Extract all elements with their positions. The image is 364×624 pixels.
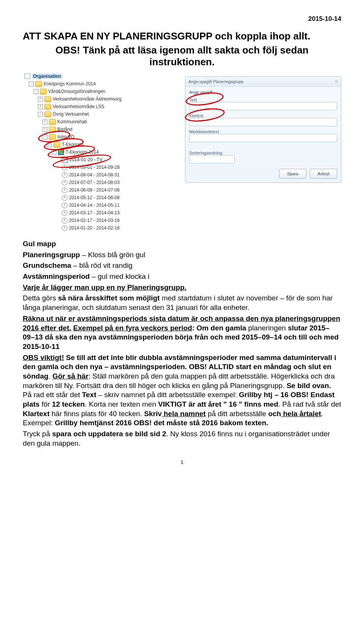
tree-item[interactable]: 2014-05-12 - 2014-06-08 xyxy=(69,195,119,200)
folder-icon xyxy=(44,104,51,110)
panel-title: Ange uppgift Planeringsgrupp xyxy=(188,79,243,84)
expand-icon[interactable]: + xyxy=(42,119,47,124)
tree-item[interactable]: Bistånd xyxy=(57,127,72,132)
panel-group-label: Ange uppgift xyxy=(189,90,337,94)
expand-icon[interactable]: - xyxy=(38,112,43,117)
clock-icon xyxy=(62,172,67,178)
clock-icon xyxy=(62,165,67,170)
tree-item[interactable]: Vård&Omsorgsförvaltningen xyxy=(48,89,105,94)
sortering-input[interactable] xyxy=(189,155,235,163)
folder-icon xyxy=(53,142,60,148)
tree-item[interactable]: Verksamhetsområde Äldreomsorg xyxy=(53,96,121,102)
field-label-text: Text xyxy=(189,97,337,102)
org-tree: Organisation - Enköpings Kommun 2014 - V… xyxy=(23,72,153,232)
properties-panel: Ange uppgift Planeringsgrupp × Ange uppg… xyxy=(185,76,341,183)
tree-item[interactable]: T-Ekonomi xyxy=(62,142,83,147)
tree-root-label[interactable]: Organisation xyxy=(32,74,62,79)
tree-item[interactable]: Adm VO xyxy=(57,134,74,140)
folder-icon xyxy=(49,134,56,140)
leaf-spacer xyxy=(56,158,60,162)
cancel-button[interactable]: Avbryt xyxy=(310,169,337,179)
calendar-icon xyxy=(62,157,68,163)
tree-item[interactable]: 2014-07-07 - 2014-08-03 xyxy=(69,180,119,185)
tree-item[interactable]: Övrig Verksamhet xyxy=(53,112,89,117)
page-subheading: OBS! Tänk på att läsa igenom allt sakta … xyxy=(23,44,341,68)
document-date: 2015-10-14 xyxy=(23,15,341,23)
tree-item[interactable]: 2014-02-17 - 2014-03-16 xyxy=(69,218,119,223)
tree-item[interactable]: Enköpings Kommun 2014 xyxy=(44,81,96,86)
page-number: 1 xyxy=(23,459,341,465)
clock-icon xyxy=(62,203,67,208)
tree-item[interactable]: T-Ekonomi 2014 xyxy=(66,149,99,155)
field-label-klartext: Klartext xyxy=(189,113,337,118)
tree-root-icon xyxy=(24,74,30,79)
tree-item[interactable]: 2014-08-04 - 2014-08-31 xyxy=(69,172,119,178)
expand-icon[interactable]: - xyxy=(42,135,47,140)
folder-icon xyxy=(44,112,51,117)
clock-icon xyxy=(62,218,67,223)
folder-icon xyxy=(49,119,56,125)
folder-icon xyxy=(44,96,51,102)
expand-icon[interactable]: - xyxy=(47,142,52,147)
tree-item[interactable]: 2014-03-17 - 2014-04-13 xyxy=(69,210,119,215)
klartext-input[interactable] xyxy=(189,118,337,126)
folder-icon xyxy=(49,127,56,132)
tree-item[interactable]: Kommunrehab xyxy=(57,119,87,124)
save-button[interactable]: Spara xyxy=(279,169,306,179)
text-input[interactable] xyxy=(189,102,337,110)
expand-icon[interactable]: + xyxy=(38,97,43,102)
page-title: ATT SKAPA EN NY PLANERINGSGRUPP och kopp… xyxy=(23,30,341,42)
tree-item[interactable]: 2014-09-01 - 2014-09-28 xyxy=(69,165,119,170)
expand-icon[interactable]: + xyxy=(42,127,47,132)
clock-icon xyxy=(62,187,67,193)
close-icon[interactable]: × xyxy=(335,79,338,85)
clock-icon xyxy=(62,180,67,185)
tree-item[interactable]: 2014-06-09 - 2014-07-06 xyxy=(69,187,119,193)
tree-item[interactable]: Verksamhetsområde LSS xyxy=(53,104,104,109)
tree-item[interactable]: 2014-01-20 - 2014-02-16 xyxy=(69,225,119,231)
expand-icon[interactable]: - xyxy=(52,150,56,155)
clock-icon xyxy=(62,225,67,231)
tree-item[interactable]: 2014-04-14 - 2014-05-11 xyxy=(69,203,119,208)
field-label-meddelandetext: Meddelandetext xyxy=(189,129,337,134)
expand-icon[interactable]: - xyxy=(33,89,38,94)
body-text: Gul mapp Planeringsgrupp – Kloss blå grö… xyxy=(23,239,341,448)
figure-row: Organisation - Enköpings Kommun 2014 - V… xyxy=(23,72,341,232)
cube-icon xyxy=(58,149,64,155)
folder-icon xyxy=(40,89,47,94)
tree-item[interactable]: 2014-01-20 - TV xyxy=(69,157,102,162)
clock-icon xyxy=(62,195,67,201)
clock-icon xyxy=(62,210,67,216)
expand-icon[interactable]: + xyxy=(38,104,43,109)
folder-icon xyxy=(35,81,42,87)
expand-icon[interactable]: - xyxy=(29,82,34,86)
field-label-sortering: Sorteringsordning xyxy=(189,151,337,155)
meddelandetext-input[interactable] xyxy=(189,134,337,142)
